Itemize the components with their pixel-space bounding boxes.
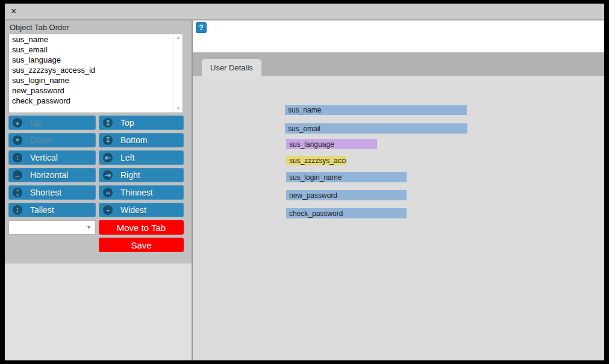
arrange-top-button[interactable]: ↥ Top	[99, 116, 184, 130]
thinnest-icon: ▸◂	[103, 188, 113, 197]
scroll-down-icon[interactable]: ▼	[176, 106, 181, 111]
tab-band: User Details	[193, 52, 604, 76]
move-to-tab-button[interactable]: Move to Tab	[99, 220, 184, 235]
arrange-vertical-button[interactable]: ↕ Vertical	[8, 150, 96, 165]
list-item[interactable]: sus_login_name	[9, 75, 183, 85]
horizontal-icon: ↔	[13, 170, 22, 180]
arrange-shortest-button[interactable]: ▾▴ Shortest	[8, 185, 96, 200]
up-icon: ▲	[13, 118, 22, 128]
vertical-icon: ↕	[13, 153, 22, 162]
chevron-down-icon: ▼	[86, 224, 92, 230]
list-item[interactable]: check_password	[9, 96, 183, 106]
tab-user-details[interactable]: User Details	[202, 59, 261, 76]
close-icon[interactable]: ×	[8, 5, 19, 17]
tallest-icon: ▴▾	[13, 205, 22, 215]
form-field-bar[interactable]: check_password	[286, 208, 407, 218]
form-field-bar[interactable]: sus_name	[285, 105, 467, 115]
arrange-bottom-button[interactable]: ↧ Bottom	[99, 133, 184, 147]
list-item[interactable]: new_password	[9, 85, 183, 96]
top-icon: ↥	[103, 118, 113, 128]
arrange-widest-button[interactable]: ◂▸ Widest	[99, 203, 184, 217]
app-window: × Object Tab Order sus_name sus_email su…	[0, 0, 609, 364]
right-column: ? User Details sus_name sus_email sus_la…	[193, 20, 604, 360]
list-item[interactable]: sus_zzzzsys_access_id	[9, 65, 183, 75]
arrange-tallest-button[interactable]: ▴▾ Tallest	[8, 203, 96, 217]
form-field-bar[interactable]: sus_login_name	[286, 172, 407, 182]
help-button[interactable]: ?	[196, 22, 207, 33]
shortest-icon: ▾▴	[13, 188, 22, 197]
form-field-bar[interactable]: new_password	[286, 190, 407, 200]
arrange-horizontal-button[interactable]: ↔ Horizontal	[8, 168, 96, 182]
form-field-bar[interactable]: sus_email	[285, 123, 467, 134]
right-icon: ⇥	[103, 170, 113, 180]
left-filler	[5, 264, 192, 360]
arrange-thinnest-button[interactable]: ▸◂ Thinnest	[99, 185, 184, 200]
arrange-left-button[interactable]: ⇤ Left	[99, 150, 184, 165]
window-frame: × Object Tab Order sus_name sus_email su…	[5, 4, 604, 360]
panel-title: Object Tab Order	[10, 23, 69, 32]
arrange-up-button[interactable]: ▲ Up	[8, 116, 96, 130]
list-item[interactable]: sus_email	[9, 45, 183, 55]
down-icon: ▼	[13, 135, 22, 145]
form-field-bar[interactable]: sus_zzzzsys_acce	[286, 156, 346, 165]
listbox-scrollbar[interactable]: ▲ ▼	[173, 34, 183, 113]
left-icon: ⇤	[103, 153, 113, 162]
list-item[interactable]: sus_name	[9, 34, 183, 45]
arrange-right-button[interactable]: ⇥ Right	[99, 168, 184, 182]
save-button[interactable]: Save	[99, 238, 184, 252]
object-tab-order-panel: Object Tab Order sus_name sus_email sus_…	[5, 20, 192, 264]
arrange-button-grid: ▲ Up ↥ Top ▼ Down ↧ Bott	[8, 116, 184, 252]
tab-order-listbox[interactable]: sus_name sus_email sus_language sus_zzzz…	[8, 34, 183, 113]
tab-select-dropdown[interactable]: ▼	[8, 220, 96, 235]
form-field-bar[interactable]: sus_language	[286, 139, 377, 149]
form-canvas: sus_name sus_email sus_language sus_zzzz…	[193, 76, 604, 360]
header-strip: ?	[193, 20, 604, 52]
window-body: Object Tab Order sus_name sus_email sus_…	[5, 20, 604, 360]
left-column: Object Tab Order sus_name sus_email sus_…	[5, 20, 193, 360]
list-item[interactable]: sus_language	[9, 55, 183, 65]
title-bar: ×	[5, 4, 604, 20]
widest-icon: ◂▸	[103, 205, 113, 215]
scroll-up-icon[interactable]: ▲	[176, 35, 181, 40]
arrange-down-button[interactable]: ▼ Down	[8, 133, 96, 147]
bottom-icon: ↧	[103, 135, 113, 145]
